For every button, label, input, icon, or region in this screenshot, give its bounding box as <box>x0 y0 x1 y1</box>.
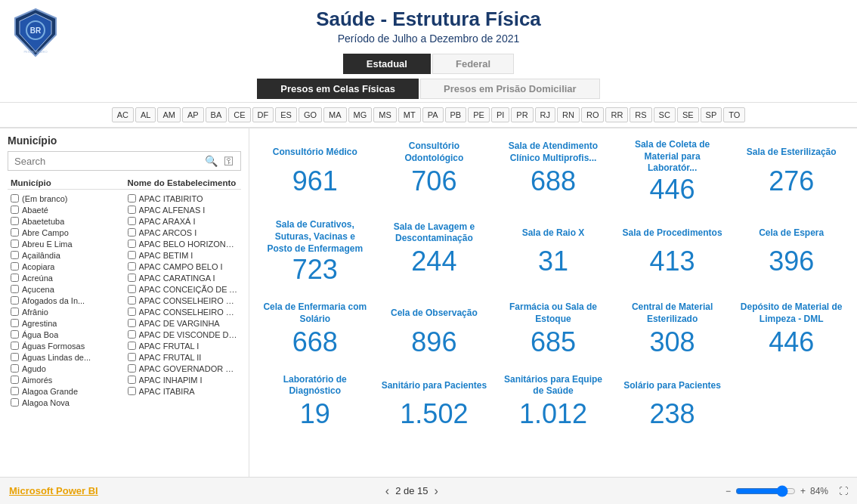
estab-checkbox[interactable] <box>128 206 136 214</box>
list-item[interactable]: Acreúna <box>8 272 125 283</box>
municipio-checkbox[interactable] <box>11 274 19 282</box>
state-btn-ap[interactable]: AP <box>182 107 204 122</box>
state-btn-rr[interactable]: RR <box>605 107 628 122</box>
municipio-checkbox[interactable] <box>11 308 19 316</box>
state-btn-sp[interactable]: SP <box>701 107 722 122</box>
state-btn-ce[interactable]: CE <box>228 107 250 122</box>
state-btn-pe[interactable]: PE <box>468 107 490 122</box>
list-item[interactable]: APAC BELO HORIZONTE I <box>125 238 242 249</box>
list-item[interactable]: Agudo <box>8 363 125 374</box>
state-btn-ma[interactable]: MA <box>323 107 347 122</box>
estab-checkbox[interactable] <box>128 342 136 350</box>
list-item[interactable]: APAC CAMPO BELO I <box>125 261 242 272</box>
municipio-checkbox[interactable] <box>11 342 19 350</box>
state-btn-ro[interactable]: RO <box>581 107 605 122</box>
fullscreen-icon[interactable]: ⛶ <box>839 486 848 496</box>
list-item[interactable]: APAC DE VARGINHA <box>125 317 242 329</box>
prisao-domiciliar-button[interactable]: Presos em Prisão Domiciliar <box>420 79 600 99</box>
list-item[interactable]: Alagoa Nova <box>8 397 125 408</box>
state-btn-sc[interactable]: SC <box>654 107 676 122</box>
list-item[interactable]: APAC CONSELHEIRO LAFAIETE I <box>125 295 242 306</box>
estab-checkbox[interactable] <box>128 274 136 282</box>
list-item[interactable]: Alagoa Grande <box>8 385 125 397</box>
state-btn-es[interactable]: ES <box>275 107 297 122</box>
municipio-checkbox[interactable] <box>11 262 19 271</box>
state-btn-ms[interactable]: MS <box>373 107 397 122</box>
municipio-checkbox[interactable] <box>11 330 19 339</box>
list-item[interactable]: APAC CARATINGA I <box>125 272 242 283</box>
estab-checkbox[interactable] <box>128 296 136 305</box>
list-item[interactable]: APAC ARAXÁ I <box>125 215 242 227</box>
state-btn-pi[interactable]: PI <box>491 107 509 122</box>
list-item[interactable]: Abaetetuba <box>8 215 125 227</box>
estab-checkbox[interactable] <box>128 353 136 361</box>
municipio-checkbox[interactable] <box>11 228 19 237</box>
list-item[interactable]: APAC DE VISCONDE DO RIO BRA... <box>125 329 242 340</box>
state-btn-se[interactable]: SE <box>677 107 699 122</box>
list-item[interactable]: APAC INHAPIM I <box>125 374 242 385</box>
municipio-checkbox[interactable] <box>11 364 19 373</box>
state-btn-al[interactable]: AL <box>135 107 156 122</box>
list-item[interactable]: Agrestina <box>8 317 125 329</box>
municipio-checkbox[interactable] <box>11 376 19 384</box>
list-item[interactable]: APAC BETIM I <box>125 249 242 261</box>
estab-checkbox[interactable] <box>128 387 136 395</box>
estab-checkbox[interactable] <box>128 308 136 316</box>
zoom-slider[interactable] <box>735 485 796 497</box>
list-item[interactable]: APAC ARCOS I <box>125 227 242 238</box>
list-item[interactable]: APAC ITABIRITO <box>125 193 242 204</box>
municipio-checkbox[interactable] <box>11 387 19 395</box>
list-item[interactable]: APAC CONCEIÇÃO DE ALAGOAS I <box>125 283 242 295</box>
state-btn-am[interactable]: AM <box>157 107 181 122</box>
state-btn-to[interactable]: TO <box>723 107 745 122</box>
list-item[interactable]: APAC GOVERNADOR VALADARE... <box>125 363 242 374</box>
municipio-checkbox[interactable] <box>11 285 19 293</box>
state-btn-pa[interactable]: PA <box>422 107 444 122</box>
estab-checkbox[interactable] <box>128 217 136 225</box>
state-btn-rn[interactable]: RN <box>557 107 580 122</box>
estab-checkbox[interactable] <box>128 330 136 339</box>
list-item[interactable]: Águas Lindas de... <box>8 351 125 363</box>
estab-checkbox[interactable] <box>128 194 136 203</box>
prev-page-button[interactable]: ‹ <box>385 484 389 498</box>
list-item[interactable]: Açailândia <box>8 249 125 261</box>
federal-button[interactable]: Federal <box>432 54 514 74</box>
list-item[interactable]: Afrânio <box>8 306 125 317</box>
next-page-button[interactable]: › <box>435 484 438 498</box>
list-item[interactable]: APAC CONSELHEIRO LAFAIETE II <box>125 306 242 317</box>
list-item[interactable]: Açucena <box>8 283 125 295</box>
estadual-button[interactable]: Estadual <box>343 54 431 74</box>
filter-icon[interactable]: ⚿ <box>224 155 234 167</box>
list-item[interactable]: Acopiara <box>8 261 125 272</box>
estab-checkbox[interactable] <box>128 319 136 327</box>
zoom-plus[interactable]: + <box>800 486 806 496</box>
state-btn-pb[interactable]: PB <box>445 107 467 122</box>
state-btn-mt[interactable]: MT <box>398 107 421 122</box>
list-item[interactable]: APAC FRUTAL II <box>125 351 242 363</box>
municipio-checkbox[interactable] <box>11 296 19 305</box>
state-btn-ac[interactable]: AC <box>112 107 134 122</box>
list-item[interactable]: Afogados da In... <box>8 295 125 306</box>
state-btn-df[interactable]: DF <box>252 107 274 122</box>
list-item[interactable]: Águas Formosas <box>8 340 125 351</box>
municipio-checkbox[interactable] <box>11 353 19 361</box>
list-item[interactable]: Abreu E Lima <box>8 238 125 249</box>
state-btn-rj[interactable]: RJ <box>535 107 555 122</box>
estab-checkbox[interactable] <box>128 240 136 248</box>
municipio-checkbox[interactable] <box>11 398 19 407</box>
list-item[interactable]: APAC FRUTAL I <box>125 340 242 351</box>
estab-checkbox[interactable] <box>128 228 136 237</box>
list-item[interactable]: Água Boa <box>8 329 125 340</box>
celas-fisicas-button[interactable]: Presos em Celas Físicas <box>257 79 419 99</box>
list-item[interactable]: Abaeté <box>8 204 125 215</box>
list-item[interactable]: APAC ITABIRA <box>125 385 242 397</box>
state-btn-ba[interactable]: BA <box>206 107 227 122</box>
estab-checkbox[interactable] <box>128 376 136 384</box>
municipio-checkbox[interactable] <box>11 251 19 259</box>
zoom-minus[interactable]: − <box>726 486 731 496</box>
state-btn-mg[interactable]: MG <box>348 107 373 122</box>
list-item[interactable]: Aimorés <box>8 374 125 385</box>
state-btn-pr[interactable]: PR <box>511 107 533 122</box>
estab-checkbox[interactable] <box>128 262 136 271</box>
estab-checkbox[interactable] <box>128 251 136 259</box>
